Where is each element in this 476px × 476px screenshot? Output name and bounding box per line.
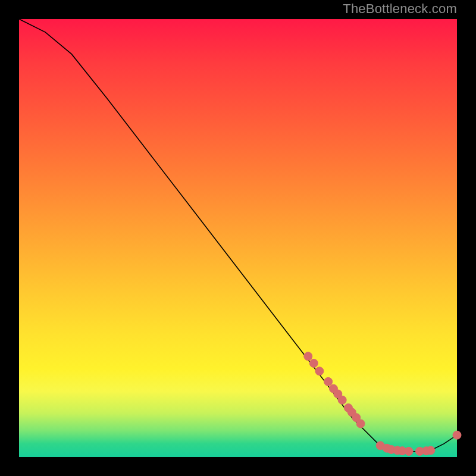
chart-canvas: TheBottleneck.com	[0, 0, 476, 476]
scatter-layer	[304, 352, 461, 456]
data-point	[304, 352, 312, 361]
chart-svg	[19, 19, 457, 457]
data-point	[427, 446, 435, 455]
data-point	[356, 419, 365, 428]
data-point	[324, 377, 333, 386]
data-point	[315, 367, 324, 375]
data-point	[453, 431, 461, 439]
data-point	[405, 447, 413, 455]
watermark-label: TheBottleneck.com	[343, 1, 457, 17]
plot-area	[19, 19, 457, 457]
curve-line	[19, 19, 457, 452]
line-layer	[19, 19, 457, 452]
data-point	[309, 359, 318, 368]
data-point	[338, 396, 346, 404]
